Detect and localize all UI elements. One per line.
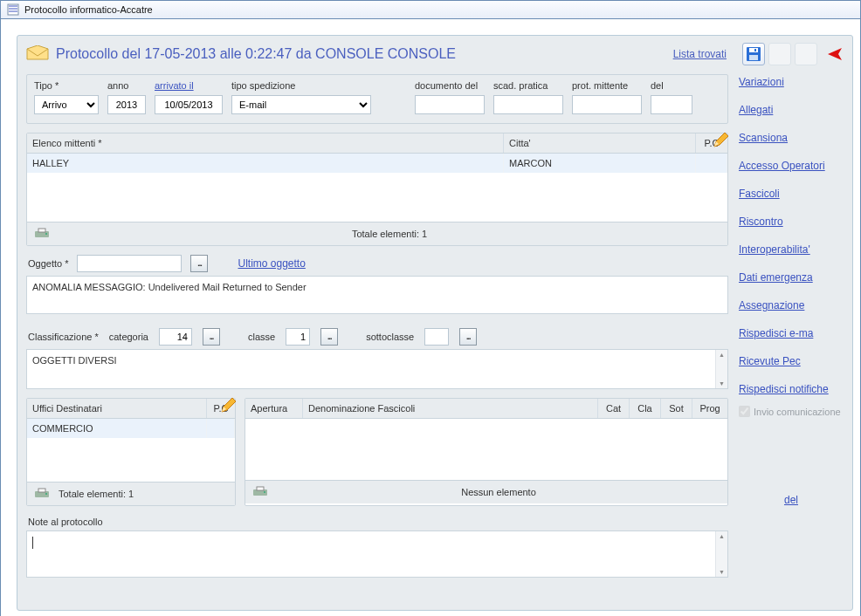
prot-input[interactable]	[572, 95, 642, 114]
side-link-scansiona[interactable]: Scansiona	[739, 132, 844, 144]
del-input[interactable]	[651, 95, 692, 114]
anno-label: anno	[107, 80, 146, 91]
lista-trovati-link[interactable]: Lista trovati	[673, 48, 727, 60]
side-link-assegnazione[interactable]: Assegnazione	[739, 299, 844, 311]
mittenti-footer: Totale elementi: 1	[27, 222, 727, 245]
note-textarea[interactable]	[26, 530, 728, 578]
oggetto-row: Oggetto * ... Ultimo oggetto	[26, 255, 728, 276]
note-section: Note al protocollo	[26, 515, 728, 578]
uffici-pc-cell	[207, 419, 235, 438]
tipo-select[interactable]: Arrivo	[34, 95, 99, 114]
fasc-col-cla: Cla	[630, 399, 661, 418]
note-label: Note al protocollo	[26, 515, 728, 530]
app-window: Protocollo informatico-Accatre Protocoll…	[0, 0, 861, 616]
ultimo-oggetto-link[interactable]: Ultimo oggetto	[238, 257, 305, 270]
header-btn-3[interactable]	[795, 43, 817, 65]
side-link-accesso-operatori[interactable]: Accesso Operatori	[739, 160, 844, 172]
side-link-ricevute-pec[interactable]: Ricevute Pec	[739, 355, 844, 367]
mittenti-pc	[696, 154, 727, 173]
classif-row: Classificazione * categoria ... classe .…	[26, 323, 728, 349]
header-btn-2[interactable]	[768, 43, 791, 65]
scad-field: scad. pratica	[493, 80, 563, 114]
oggetto-label: Oggetto *	[28, 258, 68, 269]
scrollbar[interactable]	[715, 350, 727, 388]
side-link-dati-emergenza[interactable]: Dati emergenza	[739, 271, 844, 284]
uffici-header: Uffici Destinatari P.C	[27, 399, 235, 419]
documento-label: documento del	[415, 80, 485, 91]
categoria-browse-button[interactable]: ...	[203, 328, 220, 346]
arrivato-input[interactable]	[155, 95, 223, 114]
printer-icon[interactable]	[34, 228, 50, 240]
classif-text[interactable]: OGGETTI DIVERSI	[26, 349, 728, 389]
pencil-icon[interactable]	[219, 397, 237, 414]
classe-input[interactable]	[286, 328, 310, 346]
app-icon	[6, 3, 20, 17]
mittenti-row[interactable]: HALLEY MARCON	[27, 154, 727, 173]
fascicoli-body-empty	[245, 419, 727, 480]
side-link-allegati[interactable]: Allegati	[739, 104, 844, 116]
fasc-col-prog: Prog	[692, 399, 727, 418]
text-cursor	[32, 537, 33, 549]
classe-label: classe	[248, 332, 275, 342]
printer-icon[interactable]	[34, 488, 50, 500]
mittenti-footer-text: Totale elementi: 1	[59, 229, 720, 239]
sottoclasse-input[interactable]	[424, 328, 449, 346]
svg-marker-1	[27, 45, 48, 59]
side-link-riscontro[interactable]: Riscontro	[739, 216, 844, 228]
svg-rect-5	[754, 49, 756, 51]
categoria-input[interactable]	[159, 328, 192, 346]
sottoclasse-browse-button[interactable]: ...	[459, 328, 477, 346]
fascicoli-header: Apertura Denominazione Fascicoli Cat Cla…	[245, 399, 727, 419]
categoria-label: categoria	[109, 332, 148, 342]
documento-input[interactable]	[415, 95, 485, 114]
uffici-col-header: Uffici Destinatari	[27, 399, 207, 418]
fascicoli-footer-text: Nessun elemento	[277, 487, 720, 497]
oggetto-browse-button[interactable]: ...	[190, 255, 208, 272]
svg-rect-15	[38, 489, 45, 492]
anno-input[interactable]	[107, 95, 146, 114]
svg-point-19	[264, 491, 265, 493]
oggetto-text[interactable]: ANOMALIA MESSAGGIO: Undelivered Mail Ret…	[26, 276, 728, 314]
classif-section: Classificazione * categoria ... classe .…	[26, 323, 728, 389]
classe-browse-button[interactable]: ...	[320, 328, 338, 346]
anno-field: anno	[107, 80, 146, 114]
uffici-footer-text: Totale elementi: 1	[59, 489, 134, 499]
arrivato-label[interactable]: arrivato il	[155, 80, 223, 91]
spedizione-label: tipo spedizione	[231, 80, 371, 91]
oggetto-input[interactable]	[77, 255, 182, 272]
scrollbar[interactable]	[715, 531, 727, 577]
uffici-row[interactable]: COMMERCIO	[27, 419, 235, 438]
fascicoli-block: Apertura Denominazione Fascicoli Cat Cla…	[245, 398, 728, 506]
main-column: Tipo * Arrivo anno arrivato il tipo	[26, 74, 728, 578]
uffici-name: COMMERCIO	[27, 419, 207, 438]
pencil-icon[interactable]	[712, 132, 729, 149]
spedizione-field: tipo spedizione E-mail	[231, 80, 371, 114]
mittenti-col-elenco: Elenco mittenti *	[27, 133, 504, 153]
back-arrow-button[interactable]	[821, 43, 844, 65]
side-del-link[interactable]: del	[784, 494, 798, 506]
uffici-block: Uffici Destinatari P.C COMMERCIO	[26, 398, 236, 506]
lower-row: Uffici Destinatari P.C COMMERCIO	[26, 398, 728, 506]
fasc-col-denom: Denominazione Fascicoli	[303, 399, 598, 418]
printer-icon[interactable]	[252, 486, 268, 498]
side-link-rispedisci-notifiche[interactable]: Rispedisci notifiche	[739, 383, 844, 395]
side-link-interoperabilita[interactable]: Interoperabilita'	[739, 243, 844, 256]
mittenti-col-citta: Citta'	[504, 133, 696, 153]
envelope-icon	[26, 45, 47, 63]
side-link-rispedisci-email[interactable]: Rispedisci e-ma	[739, 327, 844, 339]
side-link-fascicoli[interactable]: Fascicoli	[739, 188, 844, 200]
sottoclasse-label: sottoclasse	[366, 332, 414, 342]
invio-label: Invio comunicazione	[754, 407, 841, 417]
svg-rect-10	[38, 229, 45, 232]
prot-label: prot. mittente	[572, 80, 642, 91]
scad-input[interactable]	[493, 95, 563, 114]
titlebar: Protocollo informatico-Accatre	[1, 1, 860, 19]
side-column: Variazioni Allegati Scansiona Accesso Op…	[739, 74, 844, 578]
invio-check[interactable]: Invio comunicazione	[739, 406, 844, 417]
spedizione-select[interactable]: E-mail	[231, 95, 371, 114]
svg-rect-4	[749, 55, 758, 60]
tipo-field: Tipo * Arrivo	[34, 80, 99, 114]
side-link-variazioni[interactable]: Variazioni	[739, 76, 844, 88]
content-area: Tipo * Arrivo anno arrivato il tipo	[17, 74, 852, 586]
save-button[interactable]	[742, 43, 765, 65]
